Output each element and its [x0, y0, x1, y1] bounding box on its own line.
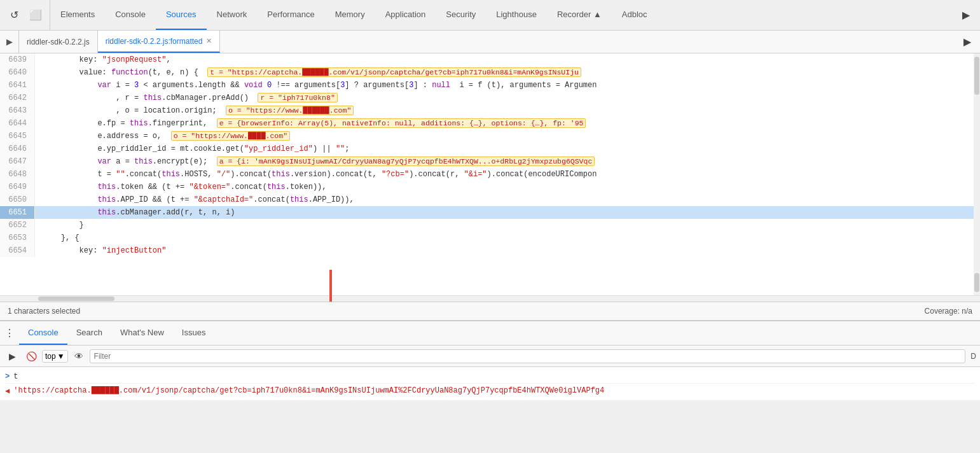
- line-content-6650: this.APP_ID && (t += "&captchaId=".conca…: [35, 193, 980, 206]
- status-bar: 1 characters selected Coverage: n/a: [0, 302, 980, 321]
- line-content-6644: e.fp = this.fingerprint, e = {browserInf…: [35, 117, 980, 130]
- code-line-6649: 6649 this.token && (t += "&token=".conca…: [0, 181, 980, 193]
- line-number-6653: 6653: [0, 232, 35, 244]
- line-number-6645: 6645: [0, 130, 35, 143]
- vertical-scrollbar[interactable]: [974, 53, 980, 295]
- file-tab-formatted[interactable]: riddler-sdk-0.2.2.js:formatted ✕: [98, 31, 221, 53]
- tab-security[interactable]: Security: [436, 0, 486, 30]
- line-content-6640: value: function(t, e, n) { t = "https://…: [35, 66, 980, 79]
- line-number-6649: 6649: [0, 181, 35, 193]
- code-line-6645: 6645 e.address = o, o = "https://www.███…: [0, 130, 980, 143]
- code-line-6651: 6651 this.cbManager.add(r, t, n, i): [0, 206, 980, 219]
- context-selector[interactable]: top ▼: [42, 350, 68, 363]
- line-number-6652: 6652: [0, 219, 35, 232]
- console-prompt: >: [5, 372, 10, 381]
- console-eye-btn[interactable]: 👁: [71, 348, 87, 365]
- code-line-6640: 6640 value: function(t, e, n) { t = "htt…: [0, 66, 980, 79]
- panel-right-icon[interactable]: ▶: [957, 6, 975, 24]
- devtools-icons: ↺ ⬜: [0, 0, 50, 30]
- line-content-6639: key: "jsonpRequest",: [35, 53, 980, 66]
- line-content-6653: }, {: [35, 232, 980, 244]
- console-default-level: D: [970, 352, 976, 361]
- line-number-6643: 6643: [0, 104, 35, 117]
- coverage-status: Coverage: n/a: [925, 307, 972, 316]
- file-tab-right-expand-icon[interactable]: ▶: [958, 33, 976, 51]
- tab-lighthouse[interactable]: Lighthouse: [486, 0, 547, 30]
- code-line-6643: 6643 , o = location.origin; o = "https:/…: [0, 104, 980, 117]
- code-line-6652: 6652 }: [0, 219, 980, 232]
- line-content-6648: t = "".concat(this.HOSTS, "/").concat(th…: [35, 168, 980, 181]
- bottom-tab-console[interactable]: Console: [19, 321, 67, 345]
- horizontal-scrollbar[interactable]: [0, 295, 980, 302]
- bottom-tab-whatsnew[interactable]: What's New: [111, 321, 173, 345]
- line-content-6649: this.token && (t += "&token=".concat(thi…: [35, 181, 980, 193]
- line-number-6650: 6650: [0, 193, 35, 206]
- file-tab-formatted-label: riddler-sdk-0.2.2.js:formatted: [106, 37, 203, 46]
- file-tab-expand-icon[interactable]: ▶: [0, 31, 19, 53]
- device-icon[interactable]: ⬜: [27, 6, 45, 24]
- tab-adblock[interactable]: Adbloc: [612, 0, 658, 30]
- console-input-line: > t: [5, 370, 975, 384]
- code-line-6644: 6644 e.fp = this.fingerprint, e = {brows…: [0, 117, 980, 130]
- line-content-6643: , o = location.origin; o = "https://www.…: [35, 104, 980, 117]
- line-number-6651: 6651: [0, 206, 35, 219]
- console-clear-btn[interactable]: 🚫: [23, 348, 39, 365]
- code-line-6654: 6654 key: "injectButton": [0, 244, 980, 257]
- line-number-6648: 6648: [0, 168, 35, 181]
- line-number-6644: 6644: [0, 117, 35, 130]
- line-number-6641: 6641: [0, 79, 35, 92]
- selection-status: 1 characters selected: [8, 307, 80, 316]
- line-content-6646: e.yp_riddler_id = mt.cookie.get("yp_ridd…: [35, 143, 980, 155]
- line-number-6646: 6646: [0, 143, 35, 155]
- code-editor: 6639 key: "jsonpRequest", 6640 value: fu…: [0, 53, 980, 302]
- file-tab-close-icon[interactable]: ✕: [206, 37, 212, 45]
- code-line-6639: 6639 key: "jsonpRequest",: [0, 53, 980, 66]
- line-content-6652: }: [35, 219, 980, 232]
- console-input-text: t: [13, 372, 18, 381]
- line-number-6639: 6639: [0, 53, 35, 66]
- file-tab-right: ▶: [958, 33, 980, 51]
- file-tab-original[interactable]: riddler-sdk-0.2.2.js: [19, 31, 98, 53]
- code-line-6648: 6648 t = "".concat(this.HOSTS, "/").conc…: [0, 168, 980, 181]
- line-content-6654: key: "injectButton": [35, 244, 980, 257]
- console-filter-input[interactable]: [90, 349, 966, 363]
- top-tab-bar: ↺ ⬜ Elements Console Sources Network Per…: [0, 0, 980, 31]
- code-line-6653: 6653 }, {: [0, 232, 980, 244]
- file-tab-original-label: riddler-sdk-0.2.2.js: [27, 38, 90, 46]
- tab-memory[interactable]: Memory: [325, 0, 375, 30]
- tab-performance[interactable]: Performance: [257, 0, 324, 30]
- console-toolbar: ▶ 🚫 top ▼ 👁 D: [0, 345, 980, 367]
- line-content-6645: e.address = o, o = "https://www.████.com…: [35, 130, 980, 143]
- console-url-output: ◀ 'https://captcha.██████.com/v1/jsonp/c…: [5, 384, 975, 398]
- bottom-tab-menu-icon[interactable]: ⋮: [0, 321, 19, 345]
- bottom-tab-issues[interactable]: Issues: [173, 321, 215, 345]
- console-execute-btn[interactable]: ▶: [4, 348, 20, 365]
- top-tab-right-icons: ▶: [957, 0, 980, 30]
- cursor-icon[interactable]: ↺: [5, 6, 23, 24]
- code-line-6646: 6646 e.yp_riddler_id = mt.cookie.get("yp…: [0, 143, 980, 155]
- line-content-6642: , r = this.cbManager.preAdd() r = "iph71…: [35, 92, 980, 104]
- console-output-arrow: ◀: [5, 386, 10, 396]
- code-line-6642: 6642 , r = this.cbManager.preAdd() r = "…: [0, 92, 980, 104]
- code-scroll-area[interactable]: 6639 key: "jsonpRequest", 6640 value: fu…: [0, 53, 980, 295]
- line-number-6640: 6640: [0, 66, 35, 79]
- tab-network[interactable]: Network: [207, 0, 258, 30]
- bottom-tab-bar: ⋮ Console Search What's New Issues: [0, 321, 980, 345]
- console-url-text: 'https://captcha.██████.com/v1/jsonp/cap…: [13, 386, 604, 395]
- line-content-6641: var i = 3 < arguments.length && void 0 !…: [35, 79, 980, 92]
- file-tab-bar: ▶ riddler-sdk-0.2.2.js riddler-sdk-0.2.2…: [0, 31, 980, 53]
- line-number-6647: 6647: [0, 155, 35, 168]
- tab-sources[interactable]: Sources: [156, 0, 207, 30]
- line-content-6647: var a = this.encrypt(e); a = {i: 'mAnK9g…: [35, 155, 980, 168]
- code-line-6641: 6641 var i = 3 < arguments.length && voi…: [0, 79, 980, 92]
- console-output-area: > t ◀ 'https://captcha.██████.com/v1/jso…: [0, 367, 980, 400]
- tab-recorder[interactable]: Recorder ▲: [547, 0, 612, 30]
- line-content-6651: this.cbManager.add(r, t, n, i): [35, 206, 980, 219]
- line-number-6642: 6642: [0, 92, 35, 104]
- bottom-panel: ⋮ Console Search What's New Issues ▶ 🚫 t…: [0, 321, 980, 400]
- tab-elements[interactable]: Elements: [50, 0, 105, 30]
- code-line-6650: 6650 this.APP_ID && (t += "&captchaId=".…: [0, 193, 980, 206]
- tab-console[interactable]: Console: [105, 0, 156, 30]
- bottom-tab-search[interactable]: Search: [67, 321, 111, 345]
- tab-application[interactable]: Application: [375, 0, 436, 30]
